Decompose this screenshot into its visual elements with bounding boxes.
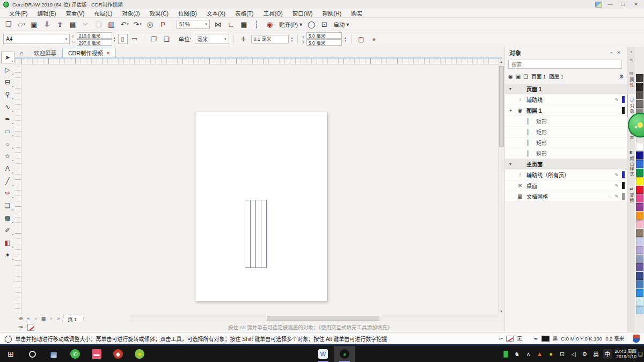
scroll-up-icon[interactable]: ▲ (499, 59, 504, 64)
duplicate-distance-y-field[interactable]: 5.0 毫米 (306, 39, 342, 46)
search-content-button[interactable]: ◎ (144, 19, 156, 30)
color-swatch[interactable] (636, 306, 643, 314)
color-swatch[interactable] (636, 298, 643, 306)
page-list-button[interactable]: ▦ (40, 315, 47, 322)
menu-item[interactable]: 窗口(W) (288, 9, 318, 17)
wrench-tray-icon[interactable]: ⚙ (579, 346, 590, 362)
page-size-steppers[interactable]: ▲▼ (113, 36, 116, 42)
start-button[interactable]: ⊞ (0, 346, 21, 362)
tree-row-label[interactable]: 文档网格 (526, 192, 548, 200)
show-pages-icon[interactable]: ❏ (523, 74, 528, 79)
horizontal-scrollbar-thumb[interactable] (267, 316, 379, 321)
options-icon[interactable]: ◯ (305, 19, 317, 30)
tree-row-badges[interactable]: ✎ (614, 97, 620, 103)
tree-row-rectangle[interactable]: ▏ 矩形 (505, 116, 627, 127)
horizontal-scrollbar[interactable] (130, 315, 498, 321)
monitor-tray-icon[interactable]: ⊡ (557, 346, 568, 362)
fullscreen-preview-button[interactable]: ⋈ (213, 19, 224, 30)
nudge-offset-field[interactable]: 0.1 毫米 (251, 35, 289, 44)
color-swatch[interactable] (636, 289, 643, 297)
color-swatch[interactable] (636, 186, 643, 194)
docker-collapse-icon[interactable]: ▫ (608, 50, 615, 55)
tree-row-label[interactable]: 页面 1 (526, 85, 541, 93)
ellipse-tool[interactable]: ○ (1, 138, 14, 150)
tree-row-rectangle[interactable]: ▏ 矩形 (505, 137, 627, 148)
current-page-button[interactable]: ❑ (162, 34, 172, 44)
tree-row-label[interactable]: 图层 1 (526, 106, 541, 114)
tree-row-label[interactable]: 矩形 (536, 139, 547, 147)
publish-pdf-button[interactable]: P (157, 19, 169, 30)
color-swatch[interactable] (636, 272, 643, 280)
tree-row-badges[interactable]: ◌ ✎ (609, 194, 620, 199)
tree-row-layer1[interactable]: ● ◉ 图层 1 (505, 105, 627, 116)
artistic-media-tool[interactable]: ✒ (1, 113, 14, 125)
color-swatch[interactable] (636, 74, 643, 82)
color-swatch[interactable] (636, 220, 643, 228)
menu-item[interactable]: 对象(J) (117, 9, 144, 17)
crop-tool[interactable]: ⊟ (1, 76, 14, 88)
units-combo[interactable]: 毫米▾ (195, 34, 229, 44)
tree-row-guides[interactable]: ↑ 辅助线 ✎ (505, 95, 627, 105)
docker-close-icon[interactable]: ✕ (615, 50, 623, 55)
color-swatch[interactable] (636, 229, 643, 237)
snap-to-dropdown[interactable]: 贴齐(P)▾ (276, 20, 305, 28)
rectangle-objects-group[interactable] (245, 200, 267, 268)
tree-caret-icon[interactable]: ▾ (509, 86, 516, 91)
duplicate-steppers[interactable]: ▲▼ (344, 36, 347, 42)
tree-row-document-grid[interactable]: ▦ 文档网格 ◌ ✎ (505, 191, 627, 202)
cut-button[interactable]: ✂ (80, 19, 92, 30)
add-page-button[interactable]: ⊕ (17, 315, 25, 322)
show-guidelines-button[interactable]: ┆ (251, 19, 263, 30)
shape-tool[interactable]: ▷ (1, 64, 14, 76)
docker-tab-color-styles[interactable]: ◧ 颜色样式 (627, 147, 635, 180)
tree-row[interactable]: ▾ 页面 1 (505, 84, 627, 95)
color-swatch[interactable] (636, 160, 643, 168)
tree-row-label[interactable]: 辅助线（所有页） (526, 171, 569, 179)
color-swatch[interactable] (636, 169, 643, 177)
page-width-field[interactable]: 210.0 毫米 (77, 32, 112, 39)
undo-button[interactable]: ↶▾ (119, 19, 130, 30)
pick-tool[interactable]: ➤ (1, 52, 14, 63)
prev-page-button[interactable]: ‹ (32, 315, 40, 322)
color-swatch[interactable] (636, 151, 643, 160)
home-icon[interactable]: ⌂ (15, 48, 28, 58)
color-swatch[interactable] (636, 203, 643, 211)
help-icon[interactable]: ● (369, 34, 379, 44)
last-page-button[interactable]: » (55, 315, 62, 322)
color-swatch[interactable] (636, 143, 643, 151)
tree-row-badges[interactable]: ✎ (614, 183, 620, 189)
text-tool[interactable]: A (1, 163, 14, 175)
vertical-scrollbar[interactable]: ▲ ▼ (498, 59, 504, 314)
docker-layer-label[interactable]: 图层 1 (549, 73, 564, 80)
color-swatch[interactable] (636, 100, 643, 108)
color-swatch[interactable] (636, 237, 643, 245)
import-button[interactable]: ⇩ (41, 19, 53, 30)
tree-row-guides-all[interactable]: ↑ 辅助线（所有页） ✎ (505, 170, 627, 180)
menu-item[interactable]: 帮助(H) (318, 9, 347, 17)
next-page-button[interactable]: › (47, 315, 55, 322)
account-image-icon[interactable] (595, 2, 602, 8)
battery-icon[interactable] (500, 346, 511, 362)
coreldraw-app-icon[interactable]: ◕ (334, 346, 355, 362)
word-app-icon[interactable]: W (312, 346, 334, 362)
all-pages-button[interactable]: ❐ (149, 34, 159, 44)
no-outline-swatch[interactable] (27, 324, 34, 331)
tree-caret-icon[interactable]: ● (509, 108, 516, 113)
horizontal-ruler[interactable] (21, 59, 498, 64)
duplicate-distance-x-field[interactable]: 5.0 毫米 (306, 32, 342, 39)
yellow-tray-icon[interactable]: ● (545, 346, 557, 362)
maximize-button[interactable]: □ (618, 1, 628, 8)
fill-tool[interactable]: ◧ (1, 237, 14, 249)
close-button[interactable]: ✕ (631, 1, 641, 8)
page-size-preset-combo[interactable]: A4▾ (3, 34, 70, 44)
green-yellow-app-icon[interactable]: ● (129, 346, 150, 362)
tab-close-icon[interactable]: ✕ (106, 50, 111, 56)
tree-row-label[interactable]: 桌面 (526, 182, 537, 190)
drop-shadow-tool[interactable]: ❏ (1, 200, 14, 212)
color-swatch[interactable] (636, 246, 643, 254)
tab-document[interactable]: CDR制作视频 ✕ (62, 48, 116, 58)
tree-row-label[interactable]: 矩形 (536, 149, 547, 157)
open-button[interactable]: ▱▾ (16, 19, 27, 30)
color-swatch[interactable] (636, 280, 643, 288)
docker-search-input[interactable] (508, 60, 622, 69)
